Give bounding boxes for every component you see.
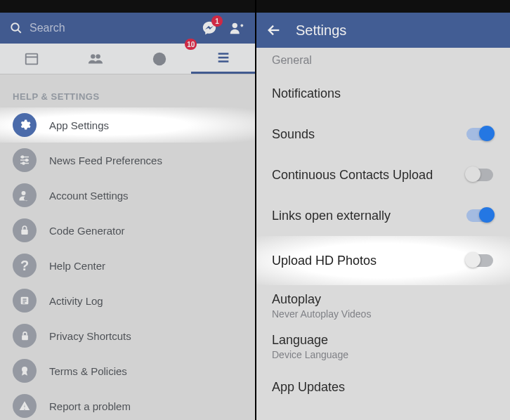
item-privacy-shortcuts[interactable]: Privacy Shortcuts xyxy=(0,318,255,353)
person-gear-icon xyxy=(13,183,37,207)
item-report-problem[interactable]: Report a problem xyxy=(0,388,255,420)
svg-point-16 xyxy=(22,162,25,164)
item-account-settings[interactable]: Account Settings xyxy=(0,178,255,213)
row-notifications[interactable]: Notifications xyxy=(255,73,510,114)
warning-icon xyxy=(13,394,37,418)
item-label: Terms & Policies xyxy=(49,365,127,377)
row-language[interactable]: Language Device Language xyxy=(255,326,510,367)
svg-point-2 xyxy=(233,23,237,28)
svg-line-1 xyxy=(18,30,21,33)
messenger-icon[interactable]: 1 xyxy=(202,20,217,36)
item-help-center[interactable]: ? Help Center xyxy=(0,248,255,283)
svg-rect-18 xyxy=(21,230,27,235)
search-input[interactable]: Search xyxy=(30,22,190,34)
row-label: App Updates xyxy=(272,380,345,395)
row-label: Sounds xyxy=(272,127,315,142)
tab-bar: 10 xyxy=(0,44,255,74)
row-label: General xyxy=(272,54,312,67)
menu-pane: Search 1 10 HELP & SETTINGS App Settings xyxy=(0,0,255,420)
item-label: Code Generator xyxy=(49,225,125,237)
question-icon: ? xyxy=(13,254,37,277)
row-sounds[interactable]: Sounds xyxy=(255,114,510,155)
sliders-icon xyxy=(13,148,37,172)
item-news-feed-prefs[interactable]: News Feed Preferences xyxy=(0,143,255,178)
row-label: Links open externally xyxy=(272,209,391,223)
item-app-settings[interactable]: App Settings xyxy=(0,107,255,143)
item-label: Activity Log xyxy=(49,295,103,307)
item-label: Privacy Shortcuts xyxy=(49,330,131,342)
row-label: Autoplay xyxy=(272,292,371,307)
search-icon[interactable] xyxy=(10,22,22,34)
item-activity-log[interactable]: Activity Log xyxy=(0,283,255,318)
row-sublabel: Device Language xyxy=(272,349,348,360)
row-label: Notifications xyxy=(272,86,341,101)
tab-feed[interactable] xyxy=(0,44,64,74)
gear-icon xyxy=(13,113,37,137)
back-icon[interactable] xyxy=(266,22,282,38)
settings-pane: Settings General Notifications Sounds Co… xyxy=(255,0,510,420)
item-label: App Settings xyxy=(49,119,109,131)
status-bar xyxy=(0,0,255,13)
svg-point-6 xyxy=(96,54,100,58)
row-contacts-upload[interactable]: Continuous Contacts Upload xyxy=(255,155,510,195)
contacts-toggle[interactable] xyxy=(466,169,493,181)
sounds-toggle[interactable] xyxy=(466,128,493,140)
svg-point-17 xyxy=(22,191,26,195)
item-label: Account Settings xyxy=(49,190,129,202)
svg-point-15 xyxy=(26,159,28,162)
section-title: HELP & SETTINGS xyxy=(0,74,255,107)
hd-toggle[interactable] xyxy=(466,254,493,267)
messenger-badge: 1 xyxy=(211,15,223,27)
padlock-icon xyxy=(13,324,37,348)
svg-rect-23 xyxy=(22,335,28,340)
top-bar: Search 1 xyxy=(0,13,255,44)
svg-point-14 xyxy=(22,156,24,158)
status-bar xyxy=(255,0,510,13)
row-general[interactable]: General xyxy=(255,48,510,73)
settings-title: Settings xyxy=(296,22,346,39)
row-upload-hd[interactable]: Upload HD Photos xyxy=(255,236,510,285)
tab-menu[interactable] xyxy=(191,44,255,74)
settings-header: Settings xyxy=(255,13,510,48)
svg-rect-3 xyxy=(26,53,38,64)
links-toggle[interactable] xyxy=(466,209,493,222)
tab-notifications[interactable]: 10 xyxy=(128,44,192,74)
item-terms-policies[interactable]: Terms & Policies xyxy=(0,353,255,388)
svg-point-5 xyxy=(91,54,95,58)
row-links-external[interactable]: Links open externally xyxy=(255,195,510,236)
item-label: Help Center xyxy=(49,260,105,272)
friend-requests-icon[interactable] xyxy=(228,20,245,36)
svg-point-7 xyxy=(153,52,166,65)
list-icon xyxy=(13,289,37,313)
row-label: Language xyxy=(272,333,348,348)
row-app-updates[interactable]: App Updates xyxy=(255,367,510,407)
svg-point-0 xyxy=(11,23,19,31)
row-label: Upload HD Photos xyxy=(272,254,377,268)
row-label: Continuous Contacts Upload xyxy=(272,168,433,183)
row-autoplay[interactable]: Autoplay Never Autoplay Videos xyxy=(255,285,510,326)
tab-friends[interactable] xyxy=(64,44,128,74)
item-label: Report a problem xyxy=(49,400,131,412)
ribbon-icon xyxy=(13,359,37,383)
item-code-generator[interactable]: Code Generator xyxy=(0,213,255,248)
svg-point-24 xyxy=(22,367,27,372)
item-label: News Feed Preferences xyxy=(49,155,162,166)
row-sublabel: Never Autoplay Videos xyxy=(272,308,371,320)
lock-icon xyxy=(13,218,37,242)
